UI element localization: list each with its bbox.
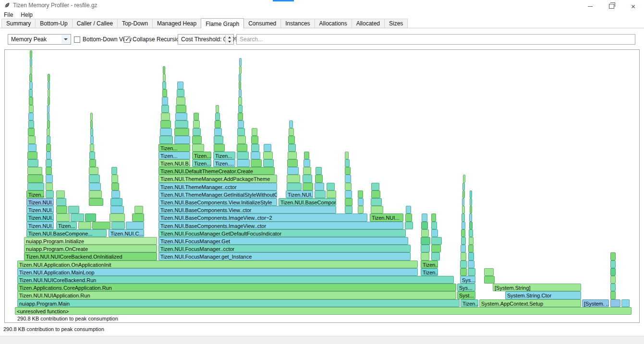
flame-bar-unlabeled[interactable] [27, 159, 38, 167]
flame-bar-unlabeled[interactable] [56, 198, 66, 206]
flame-bar-unlabeled[interactable] [251, 159, 262, 167]
flame-bar-unlabeled[interactable] [251, 152, 260, 159]
flame-bar-unlabeled[interactable] [287, 159, 298, 167]
flame-bar-unlabeled[interactable] [251, 136, 258, 143]
flame-bar-unlabeled[interactable] [111, 183, 119, 190]
flame-bar-unlabeled[interactable] [304, 152, 309, 159]
flame-bar-unlabeled[interactable] [28, 113, 34, 120]
flame-bar[interactable]: [System.String] [493, 284, 581, 291]
flame-bar[interactable]: Tizen.NUI.BaseComponents.View.Initialize… [158, 198, 277, 206]
flame-bar-unlabeled[interactable] [68, 206, 79, 214]
flame-bar[interactable]: Tizen.NUI.... [26, 198, 54, 206]
flame-bar-unlabeled[interactable] [371, 183, 379, 190]
flame-bar-unlabeled[interactable] [316, 167, 322, 175]
flame-bar-unlabeled[interactable] [469, 214, 472, 221]
flame-bar[interactable]: Tizen... [158, 152, 190, 159]
flame-bar[interactable]: Tizen... [213, 152, 235, 159]
flame-bar-unlabeled[interactable] [470, 206, 472, 214]
flame-bar-unlabeled[interactable] [610, 252, 616, 260]
flame-bar-unlabeled[interactable] [162, 89, 167, 97]
flame-bar[interactable]: Tizen.NUI... [370, 214, 403, 221]
flame-bar-unlabeled[interactable] [47, 128, 50, 136]
flame-bar-unlabeled[interactable] [345, 206, 352, 214]
flame-bar[interactable]: Tizen.NUI.NUICoreBackend.Run [17, 276, 454, 284]
flame-bar-unlabeled[interactable] [422, 214, 427, 221]
flame-bar-unlabeled[interactable] [92, 222, 110, 229]
tab-bottom-up[interactable]: Bottom-Up [35, 19, 72, 28]
flame-bar-unlabeled[interactable] [470, 198, 472, 206]
flame-bar[interactable]: System.AppContext.Setup [479, 299, 581, 307]
flame-bar-unlabeled[interactable] [28, 136, 36, 143]
flame-bar-unlabeled[interactable] [315, 190, 326, 198]
flame-bar-unlabeled[interactable] [48, 89, 50, 97]
flame-bar-unlabeled[interactable] [463, 175, 465, 182]
flame-bar-unlabeled[interactable] [462, 190, 465, 198]
flame-bar[interactable]: Tizen... [421, 268, 438, 276]
flame-bar-unlabeled[interactable] [56, 206, 67, 214]
flame-bar-unlabeled[interactable] [48, 82, 50, 89]
flame-bar-unlabeled[interactable] [345, 183, 352, 190]
tab-instances[interactable]: Instances [280, 19, 315, 28]
flame-bar-unlabeled[interactable] [468, 252, 474, 260]
flame-bar-unlabeled[interactable] [28, 144, 36, 152]
flame-bar-unlabeled[interactable] [237, 159, 250, 167]
flame-bar-unlabeled[interactable] [238, 97, 242, 105]
flame-bar-unlabeled[interactable] [163, 74, 166, 82]
flame-bar-unlabeled[interactable] [46, 144, 51, 152]
flame-bar[interactable]: [System. ... [582, 299, 609, 307]
flame-bar-unlabeled[interactable] [214, 144, 225, 152]
flame-bar-unlabeled[interactable] [315, 183, 324, 190]
spinner-up-button[interactable] [226, 35, 233, 39]
tab-consumed[interactable]: Consumed [243, 19, 281, 28]
flame-bar-unlabeled[interactable] [345, 198, 352, 206]
flame-bar-unlabeled[interactable] [327, 183, 335, 190]
flame-bar-unlabeled[interactable] [47, 136, 50, 143]
flame-bar[interactable]: Tizen.... [213, 159, 235, 167]
flame-bar-unlabeled[interactable] [288, 136, 295, 143]
flame-bar-unlabeled[interactable] [89, 175, 100, 182]
flame-bar-unlabeled[interactable] [90, 128, 93, 136]
flame-bar[interactable]: Tizen.NUI.FocusManager.get_Instance [158, 252, 411, 260]
flame-bar-unlabeled[interactable] [470, 190, 472, 198]
flame-bar-unlabeled[interactable] [371, 198, 382, 206]
flame-bar-unlabeled[interactable] [462, 183, 465, 190]
flame-bar-unlabeled[interactable] [89, 183, 101, 190]
flame-bar-unlabeled[interactable] [621, 299, 630, 307]
flame-bar-unlabeled[interactable] [46, 167, 52, 175]
flame-bar-unlabeled[interactable] [462, 198, 464, 206]
flame-bar-unlabeled[interactable] [421, 252, 429, 260]
flame-bar-unlabeled[interactable] [192, 144, 204, 152]
flame-bar-unlabeled[interactable] [431, 237, 442, 245]
flame-bar[interactable]: Tizen.NUI.BaseComponents.ImageView..ctor [158, 222, 403, 229]
flame-bar[interactable]: Tizen... [421, 261, 438, 268]
flame-bar-unlabeled[interactable] [27, 152, 37, 159]
flame-bar-unlabeled[interactable] [288, 152, 297, 159]
flame-bar-unlabeled[interactable] [56, 190, 65, 198]
flame-bar[interactable]: Tizen.NUI.... [26, 214, 54, 221]
flame-bar-unlabeled[interactable] [111, 175, 118, 182]
flame-bar-unlabeled[interactable] [237, 128, 245, 136]
flame-bar[interactable]: Syst... [457, 291, 475, 299]
flame-bar-unlabeled[interactable] [29, 82, 33, 89]
flame-bar[interactable]: nuiapp.Program.OnCreate [24, 245, 157, 252]
flame-bar-unlabeled[interactable] [460, 268, 467, 276]
flame-bar-unlabeled[interactable] [345, 167, 351, 175]
flame-bar-unlabeled[interactable] [251, 144, 259, 152]
flame-bar-unlabeled[interactable] [192, 136, 202, 143]
flame-bar-unlabeled[interactable] [216, 105, 219, 113]
flame-bar-unlabeled[interactable] [89, 167, 98, 175]
flame-bar[interactable]: Tizen.NUI.... [286, 190, 313, 198]
flame-bar[interactable]: Tizen.NUI.Application.MainLoop [17, 268, 418, 276]
flame-bar-unlabeled[interactable] [315, 175, 323, 182]
flame-bar-unlabeled[interactable] [71, 214, 84, 221]
flame-bar-unlabeled[interactable] [161, 113, 170, 120]
flame-bar[interactable]: Tizen.NUI.FocusManager..cctor [158, 245, 411, 252]
flame-bar-unlabeled[interactable] [406, 206, 411, 214]
flame-bar-unlabeled[interactable] [111, 190, 120, 198]
flame-bar-unlabeled[interactable] [303, 175, 312, 182]
flame-bar-unlabeled[interactable] [90, 113, 93, 120]
flame-bar[interactable]: Tizen.NUI.ThemeManager.GetInitialStyleWi… [158, 190, 277, 198]
search-input[interactable] [236, 34, 635, 45]
flame-bar[interactable]: Tizen.NUI.DefaultThemeCreator.Create [158, 167, 275, 175]
flame-bar-unlabeled[interactable] [90, 120, 93, 128]
